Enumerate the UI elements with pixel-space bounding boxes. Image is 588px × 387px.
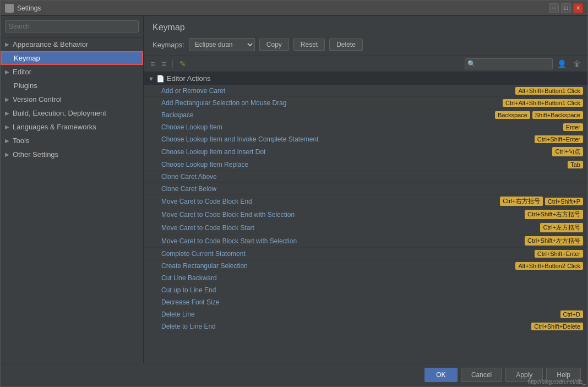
keymap-label: Keymaps: — [153, 41, 184, 49]
action-name: Choose Lookup Item Replace — [161, 161, 565, 168]
action-shortcut: Tab — [568, 161, 583, 168]
action-row[interactable]: Choose Lookup Item and Invoke Complete S… — [144, 133, 587, 145]
window-title: Settings — [17, 4, 546, 12]
sidebar-item-label: Appearance & Behavior — [13, 40, 88, 48]
reset-button[interactable]: Reset — [293, 39, 325, 51]
toolbar: ≡ ≡ ✎ 👤 🗑 — [144, 56, 587, 72]
sidebar-item-tools[interactable]: ▶ Tools — [1, 134, 143, 148]
sidebar-item-appearance[interactable]: ▶ Appearance & Behavior — [1, 37, 143, 51]
action-name: Cut up to Line End — [161, 286, 583, 294]
action-row[interactable]: Delete LineCtrl+D — [144, 308, 587, 320]
expand-all-button[interactable]: ≡ — [148, 58, 157, 69]
copy-button[interactable]: Copy — [259, 39, 289, 51]
action-shortcut: Shift+Backspace — [532, 111, 583, 119]
arrow-icon: ▶ — [5, 138, 9, 144]
editor-actions-icon: 📄 — [156, 75, 165, 83]
ok-button[interactable]: OK — [424, 368, 458, 382]
action-name: Backspace — [161, 111, 493, 119]
action-shortcut: Ctrl+Shift+左方括号 — [525, 236, 583, 246]
arrow-icon: ▶ — [5, 69, 9, 75]
action-shortcut: Alt+Shift+Button1 Click — [515, 87, 583, 95]
main-content: Keymap Keymaps: Eclipse duan Copy Reset … — [144, 16, 587, 363]
action-row[interactable]: Cut Line Backward — [144, 272, 587, 284]
sidebar-item-label: Version Control — [13, 95, 62, 103]
action-shortcut: Ctrl+右方括号 — [500, 197, 543, 206]
keymap-row: Keymaps: Eclipse duan Copy Reset Delete — [153, 38, 579, 51]
action-name: Cut Line Backward — [161, 274, 583, 282]
action-name: Clone Caret Above — [161, 173, 583, 181]
action-row[interactable]: Add or Remove CaretAlt+Shift+Button1 Cli… — [144, 85, 587, 97]
sidebar-item-label: Other Settings — [13, 150, 58, 159]
action-row[interactable]: Add Rectangular Selection on Mouse DragC… — [144, 97, 587, 109]
delete-button[interactable]: Delete — [329, 39, 363, 51]
toolbar-search: 👤 🗑 — [465, 58, 583, 69]
minimize-button[interactable]: ─ — [549, 3, 559, 13]
action-name: Add Rectangular Selection on Mouse Drag — [161, 99, 500, 107]
action-row[interactable]: Decrease Font Size — [144, 296, 587, 308]
delete-filter-icon[interactable]: 🗑 — [571, 58, 583, 69]
action-shortcut: Ctrl+Shift+右方括号 — [525, 210, 583, 219]
action-name: Move Caret to Code Block Start — [161, 224, 538, 232]
action-name: Delete Line — [161, 310, 558, 318]
collapse-icon: ▼ — [148, 75, 154, 82]
main-header: Keymap Keymaps: Eclipse duan Copy Reset … — [144, 16, 587, 56]
action-shortcut: Ctrl+Alt+Shift+Button1 Click — [503, 99, 583, 107]
action-name: Decrease Font Size — [161, 298, 583, 306]
action-row[interactable]: Complete Current StatementCtrl+Shift+Ent… — [144, 248, 587, 260]
action-row[interactable]: Choose Lookup ItemEnter — [144, 121, 587, 133]
action-name: Delete to Line End — [161, 323, 529, 330]
arrow-icon: ▶ — [5, 151, 9, 157]
sidebar-item-build[interactable]: ▶ Build, Execution, Deployment — [1, 106, 143, 120]
tree-section-header: ▼ 📄 Editor Actions — [144, 72, 587, 85]
arrow-icon: ▶ — [5, 41, 9, 47]
action-shortcut: Ctrl+Shift+P — [545, 198, 583, 205]
action-shortcut: Enter — [563, 123, 583, 131]
action-name: Move Caret to Code Block End — [161, 198, 498, 205]
arrow-icon: ▶ — [5, 110, 9, 116]
sidebar-search-input[interactable] — [5, 20, 139, 32]
search-user-icon[interactable]: 👤 — [555, 58, 569, 69]
action-row[interactable]: Choose Lookup Item ReplaceTab — [144, 159, 587, 171]
app-icon — [5, 4, 14, 13]
sidebar-item-label: Plugins — [14, 81, 37, 90]
sidebar-item-version-control[interactable]: ▶ Version Control — [1, 92, 143, 106]
action-shortcut: Ctrl+Shift+Enter — [535, 250, 583, 258]
search-input[interactable] — [465, 58, 553, 69]
action-row[interactable]: Move Caret to Code Block StartCtrl+左方括号 — [144, 221, 587, 235]
content-area: ▶ Appearance & Behavior Keymap ▶ Editor … — [1, 16, 587, 363]
action-row[interactable]: Clone Caret Above — [144, 171, 587, 183]
action-shortcut: Ctrl+Shift+Delete — [531, 323, 583, 330]
action-shortcut: Alt+Shift+Button2 Click — [515, 262, 583, 270]
page-title: Keymap — [153, 23, 579, 32]
action-name: Choose Lookup Item — [161, 123, 561, 131]
edit-button[interactable]: ✎ — [177, 58, 188, 69]
action-row[interactable]: Choose Lookup Item and Insert DotCtrl+句点 — [144, 145, 587, 159]
action-row[interactable]: BackspaceBackspaceShift+Backspace — [144, 109, 587, 121]
cancel-button[interactable]: Cancel — [461, 368, 502, 382]
close-button[interactable]: ✕ — [573, 3, 583, 13]
sidebar-item-other-settings[interactable]: ▶ Other Settings — [1, 148, 143, 161]
action-name: Complete Current Statement — [161, 250, 532, 258]
maximize-button[interactable]: □ — [561, 3, 571, 13]
action-row[interactable]: Delete to Line EndCtrl+Shift+Delete — [144, 320, 587, 333]
sidebar-item-keymap[interactable]: Keymap — [1, 51, 143, 65]
sidebar-item-label: Keymap — [14, 54, 40, 62]
footer: OK Cancel Apply Help — [1, 363, 587, 386]
collapse-all-button[interactable]: ≡ — [159, 58, 168, 69]
action-row[interactable]: Clone Caret Below — [144, 183, 587, 195]
sidebar-item-label: Build, Execution, Deployment — [13, 109, 106, 117]
action-row[interactable]: Move Caret to Code Block EndCtrl+右方括号Ctr… — [144, 195, 587, 208]
sidebar-item-editor[interactable]: ▶ Editor — [1, 65, 143, 79]
action-row[interactable]: Move Caret to Code Block End with Select… — [144, 208, 587, 221]
action-row[interactable]: Cut up to Line End — [144, 284, 587, 296]
sidebar: ▶ Appearance & Behavior Keymap ▶ Editor … — [1, 16, 144, 363]
sidebar-item-plugins[interactable]: Plugins — [1, 79, 143, 92]
action-row[interactable]: Move Caret to Code Block Start with Sele… — [144, 235, 587, 248]
keymap-select[interactable]: Eclipse duan — [189, 38, 255, 51]
actions-list: Add or Remove CaretAlt+Shift+Button1 Cli… — [144, 85, 587, 333]
sidebar-search-container — [1, 16, 143, 37]
action-shortcut: Ctrl+左方括号 — [540, 223, 583, 232]
action-shortcut: Ctrl+D — [560, 310, 583, 318]
sidebar-item-languages[interactable]: ▶ Languages & Frameworks — [1, 120, 143, 134]
action-row[interactable]: Create Rectangular SelectionAlt+Shift+Bu… — [144, 260, 587, 272]
